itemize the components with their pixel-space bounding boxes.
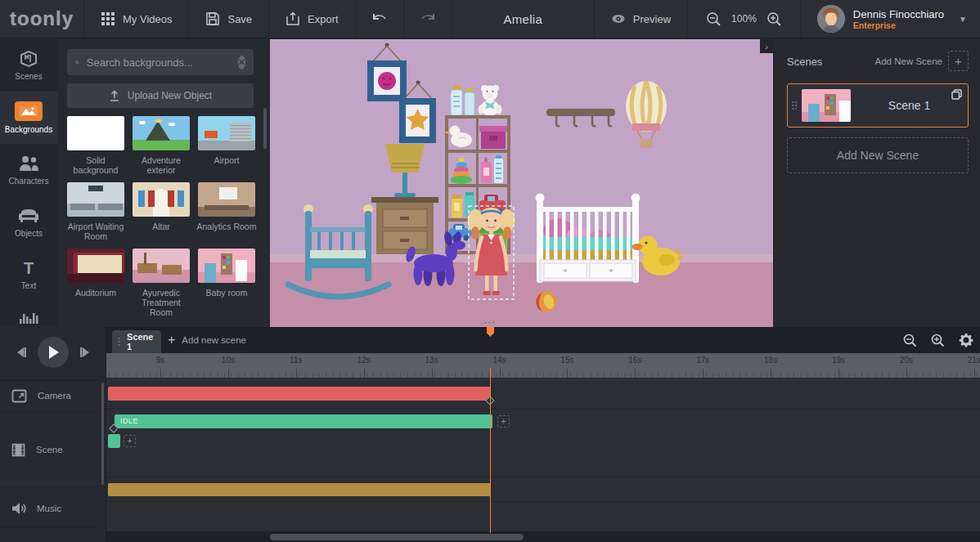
- export-button[interactable]: Export: [269, 0, 356, 38]
- music-clip[interactable]: [108, 483, 491, 496]
- duplicate-scene-icon[interactable]: [951, 89, 962, 100]
- sidebar-item-characters[interactable]: Characters: [0, 144, 57, 196]
- preview-button[interactable]: Preview: [594, 0, 688, 38]
- zoom-out-icon[interactable]: [706, 11, 722, 27]
- ruler-second-label: 9s: [156, 356, 165, 365]
- user-name: Dennis Finocchiaro: [853, 8, 944, 20]
- ruler-major-tick: [160, 369, 161, 378]
- sidebar-label: Backgrounds: [5, 125, 52, 134]
- scene-name[interactable]: Scene 1: [851, 99, 968, 112]
- scene-idle-clip[interactable]: IDLE: [115, 414, 492, 428]
- stage-canvas[interactable]: › •••: [270, 39, 773, 327]
- search-icon: [75, 56, 79, 69]
- canvas-resize-handle[interactable]: •••: [484, 318, 496, 327]
- background-thumbnail[interactable]: [67, 249, 124, 283]
- background-thumbnail[interactable]: [133, 182, 190, 217]
- ruler-major-tick: [500, 369, 501, 378]
- upload-new-object-button[interactable]: Upload New Object: [67, 83, 254, 108]
- background-label: Airport: [214, 155, 240, 175]
- background-thumbnail[interactable]: [67, 182, 124, 217]
- save-button[interactable]: Save: [189, 0, 269, 38]
- timeline-left-scrollbar[interactable]: [101, 383, 104, 485]
- background-label: Adventure exterior: [130, 155, 192, 175]
- background-thumbnail[interactable]: [67, 116, 124, 150]
- toy-ball[interactable]: [536, 292, 556, 312]
- music-track-icon: [11, 502, 26, 515]
- camera-clip[interactable]: [108, 387, 491, 401]
- timeline-add-new-scene-button[interactable]: + Add new scene: [168, 327, 246, 353]
- ruler-major-tick: [974, 369, 975, 378]
- drag-handle-icon[interactable]: ••••••: [792, 101, 800, 110]
- ruler-major-tick: [703, 369, 704, 378]
- ruler-second-label: 10s: [222, 356, 235, 365]
- sidebar-item-sounds[interactable]: [0, 301, 57, 327]
- ruler-major-tick: [228, 369, 229, 378]
- background-item[interactable]: Analytics Room: [194, 182, 259, 243]
- add-clip-after-mini-button[interactable]: +: [124, 435, 136, 447]
- timeline-zoom-out-icon[interactable]: [903, 334, 917, 347]
- add-new-scene-link[interactable]: Add New Scene: [875, 56, 942, 66]
- background-label: Solid background: [65, 155, 127, 175]
- background-item[interactable]: Baby room: [194, 249, 259, 319]
- upload-label: Upload New Object: [128, 90, 212, 101]
- playhead-line[interactable]: [490, 368, 491, 533]
- project-title[interactable]: Amelia: [452, 0, 594, 38]
- track-label-music[interactable]: Music: [0, 495, 100, 522]
- timeline-ruler[interactable]: 9s10s11s12s13s14s15s16s17s18s19s20s21s: [106, 353, 980, 378]
- timeline-toolbar-icons: [903, 327, 973, 353]
- playback-controls: [0, 335, 106, 370]
- background-item[interactable]: Solid background: [63, 116, 128, 177]
- sidebar-item-scenes[interactable]: Scenes: [0, 39, 57, 92]
- background-item[interactable]: Airport Waiting Room: [63, 182, 128, 243]
- background-item[interactable]: Ayurvedic Treatment Room: [128, 249, 194, 319]
- track-label-scene[interactable]: Scene: [0, 435, 100, 464]
- add-new-scene-box[interactable]: Add New Scene: [787, 137, 969, 173]
- zoom-in-icon[interactable]: [766, 11, 782, 27]
- step-forward-button[interactable]: [79, 347, 92, 358]
- search-input[interactable]: [87, 56, 231, 69]
- play-button[interactable]: [38, 337, 69, 368]
- timeline-horizontal-scrollbar: [106, 531, 980, 542]
- scenes-icon: [18, 50, 39, 68]
- timeline-tab-scene-1[interactable]: ••• Scene 1: [112, 330, 161, 353]
- background-thumbnail[interactable]: [198, 249, 255, 283]
- background-label: Auditorium: [75, 288, 116, 307]
- ruler-second-label: 21s: [968, 356, 980, 365]
- sidebar-item-backgrounds[interactable]: Backgrounds: [0, 92, 57, 144]
- scenes-header: Scenes: [787, 56, 822, 68]
- track-label-camera[interactable]: Camera: [0, 381, 100, 410]
- scene-mini-clip[interactable]: [108, 434, 120, 448]
- add-new-scene-plus-button[interactable]: +: [948, 51, 969, 71]
- baby-room-scene: [270, 39, 773, 327]
- clear-search-icon[interactable]: ✕: [238, 56, 245, 69]
- export-label: Export: [308, 13, 339, 25]
- top-toolbar: toonly My Videos Save Export: [0, 0, 980, 38]
- user-menu[interactable]: Dennis Finocchiaro Enterprise ▼: [801, 0, 980, 38]
- timeline-zoom-in-icon[interactable]: [931, 334, 945, 347]
- add-clip-after-idle-button[interactable]: +: [497, 415, 510, 428]
- backgrounds-scrollbar[interactable]: [263, 108, 267, 149]
- collapse-panel-button[interactable]: ›: [760, 39, 773, 53]
- preview-label: Preview: [633, 13, 671, 25]
- timeline-left-panel: Camera Scene Music: [0, 327, 106, 542]
- background-thumbnail[interactable]: [198, 182, 255, 217]
- step-back-button[interactable]: [14, 347, 27, 358]
- my-videos-button[interactable]: My Videos: [84, 0, 189, 38]
- sidebar-item-objects[interactable]: Objects: [0, 196, 57, 249]
- timeline-scrollbar-thumb[interactable]: [270, 534, 524, 540]
- undo-button[interactable]: [356, 0, 404, 38]
- redo-button[interactable]: [404, 0, 452, 38]
- background-thumbnail[interactable]: [133, 116, 190, 150]
- user-plan-badge: Enterprise: [853, 20, 944, 30]
- background-item[interactable]: Altar: [128, 182, 194, 243]
- sidebar-item-text[interactable]: T Text: [0, 249, 57, 301]
- background-label: Ayurvedic Treatment Room: [130, 288, 192, 317]
- scene-card[interactable]: •••••• Scene 1: [787, 83, 969, 128]
- background-thumbnail[interactable]: [133, 249, 190, 283]
- background-item[interactable]: Auditorium: [63, 249, 128, 319]
- background-thumbnail[interactable]: [198, 116, 255, 150]
- background-item[interactable]: Adventure exterior: [128, 116, 194, 177]
- background-item[interactable]: Airport: [194, 116, 259, 177]
- timeline-settings-gear-icon[interactable]: [959, 333, 973, 347]
- text-icon: T: [18, 259, 39, 277]
